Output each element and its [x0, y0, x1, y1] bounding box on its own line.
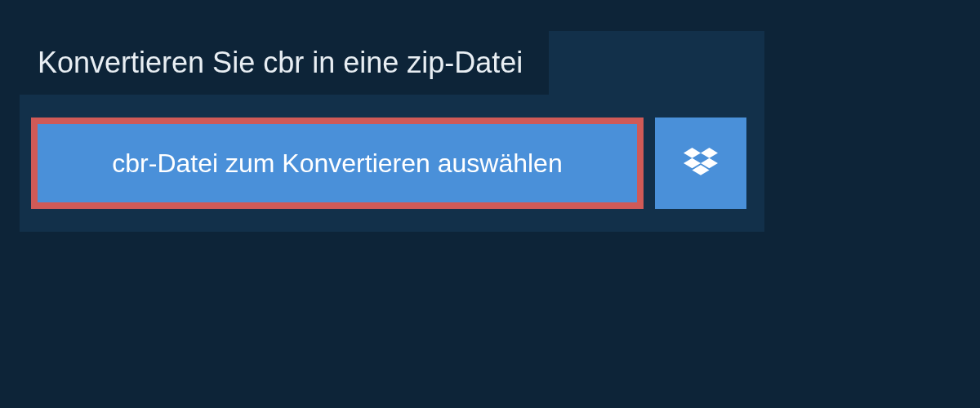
converter-panel: Konvertieren Sie cbr in eine zip-Datei c…	[20, 31, 764, 232]
select-file-label: cbr-Datei zum Konvertieren auswählen	[112, 149, 562, 179]
action-row: cbr-Datei zum Konvertieren auswählen	[20, 95, 764, 232]
select-file-button[interactable]: cbr-Datei zum Konvertieren auswählen	[31, 118, 644, 209]
title-text: Konvertieren Sie cbr in eine zip-Datei	[38, 46, 523, 79]
dropbox-button[interactable]	[655, 118, 746, 209]
dropbox-icon	[684, 146, 718, 180]
page-title: Konvertieren Sie cbr in eine zip-Datei	[20, 31, 549, 95]
